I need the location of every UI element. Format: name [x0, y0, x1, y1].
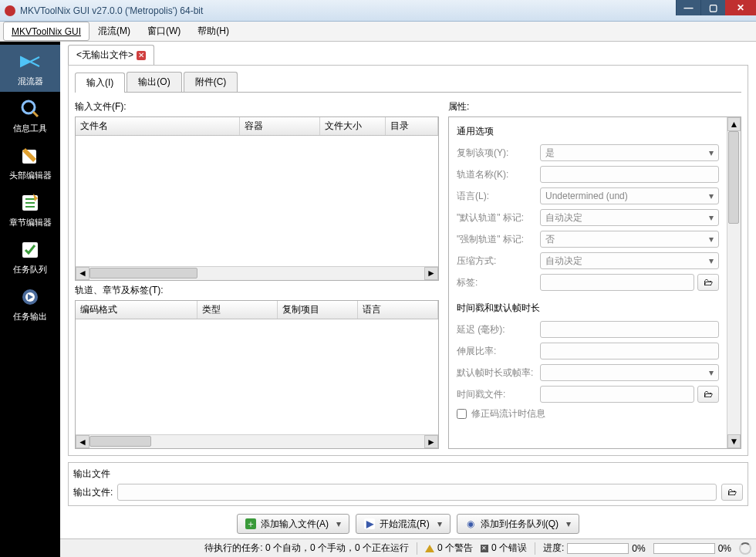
tracks-label: 轨道、章节及标签(T):	[75, 284, 439, 297]
default-flag-combo[interactable]: 自动决定▾	[540, 209, 719, 226]
start-mux-button[interactable]: ▶ 开始混流(R) ▾	[356, 514, 451, 534]
tracks-hscroll-thumb[interactable]	[89, 436, 151, 447]
sidebar-item-output[interactable]: 任务输出	[0, 280, 60, 327]
menu-mux[interactable]: 混流(M)	[89, 22, 139, 41]
scroll-left-icon[interactable]: ◄	[76, 435, 89, 448]
timing-header: 时间戳和默认帧时长	[457, 302, 719, 315]
play-icon: ▶	[364, 518, 375, 529]
add-to-queue-button[interactable]: ◉ 添加到任务队列(Q) ▾	[457, 514, 579, 534]
queue-icon	[18, 238, 42, 262]
input-files-table[interactable]: 文件名 容器 文件大小 目录 ◄ ►	[75, 116, 439, 281]
col-filename[interactable]: 文件名	[76, 117, 240, 135]
close-tab-icon[interactable]: ✕	[137, 51, 146, 60]
scroll-up-icon[interactable]: ▲	[727, 117, 741, 131]
pending-jobs-text: 待执行的任务: 0 个自动，0 个手动，0 个正在运行	[204, 542, 409, 555]
tags-input[interactable]	[540, 274, 694, 291]
output-file-browse-button[interactable]: 🗁	[721, 484, 743, 501]
output-file-section: 输出文件 输出文件: 🗁	[68, 462, 748, 506]
col-directory[interactable]: 目录	[386, 117, 438, 135]
tracks-body[interactable]	[76, 319, 438, 434]
output-file-input[interactable]	[117, 484, 717, 501]
add-input-files-button[interactable]: ＋ 添加输入文件(A) ▾	[237, 514, 349, 534]
default-duration-combo[interactable]: ▾	[540, 364, 719, 381]
properties-panel: 通用选项 复制该项(Y): 是▾ 轨道名称(K): 语言(L): Undeter…	[448, 116, 741, 449]
files-hscroll-thumb[interactable]	[89, 268, 197, 278]
col-lang[interactable]: 语言	[358, 301, 438, 319]
copy-item-combo[interactable]: 是▾	[540, 144, 719, 161]
main-area: <无输出文件> ✕ 输入(I) 输出(O) 附件(C) 输入文件(F): 文件名…	[60, 42, 756, 538]
input-files-header: 文件名 容器 文件大小 目录	[76, 117, 438, 136]
track-name-input[interactable]	[540, 166, 719, 183]
progress-bar-current	[567, 543, 629, 554]
folder-icon: 🗁	[704, 277, 713, 288]
input-files-body[interactable]	[76, 136, 438, 266]
ts-file-input[interactable]	[540, 386, 694, 403]
output-icon	[18, 285, 42, 309]
chevron-down-icon: ▾	[709, 212, 714, 223]
default-duration-label: 默认帧时长或帧率:	[457, 366, 540, 380]
tags-browse-button[interactable]: 🗁	[697, 274, 719, 291]
menu-help[interactable]: 帮助(H)	[189, 22, 238, 41]
stretch-input[interactable]	[540, 343, 719, 360]
output-file-label: 输出文件:	[73, 486, 113, 499]
info-icon	[18, 96, 42, 121]
col-codec[interactable]: 编码格式	[76, 301, 197, 319]
menu-app[interactable]: MKVToolNix GUI	[3, 22, 89, 41]
output-file-section-label: 输出文件	[73, 468, 743, 481]
input-files-label: 输入文件(F):	[75, 100, 439, 113]
progress-bar-total	[653, 543, 715, 554]
chapter-editor-icon	[18, 191, 42, 215]
ts-file-browse-button[interactable]: 🗁	[697, 386, 719, 403]
tracks-table[interactable]: 编码格式 类型 复制项目 语言 ◄ ►	[75, 300, 439, 449]
minimize-button[interactable]: —	[676, 0, 700, 15]
forced-flag-combo[interactable]: 否▾	[540, 231, 719, 248]
svg-line-1	[33, 112, 38, 116]
errors-status[interactable]: ✕ 0 个错误	[481, 542, 527, 555]
ts-file-label: 时间戳文件:	[457, 388, 540, 401]
tab-input[interactable]: 输入(I)	[75, 73, 125, 93]
sidebar-item-muxer[interactable]: 混流器	[0, 45, 60, 92]
scroll-down-icon[interactable]: ▼	[727, 434, 741, 448]
spinner-icon	[739, 542, 751, 555]
app-icon	[5, 5, 15, 16]
language-combo[interactable]: Undetermined (und)▾	[540, 187, 719, 204]
maximize-button[interactable]: ▢	[700, 0, 725, 15]
left-column: 输入文件(F): 文件名 容器 文件大小 目录 ◄ ► 轨道、章节	[75, 97, 439, 449]
col-filesize[interactable]: 文件大小	[320, 117, 386, 135]
col-type[interactable]: 类型	[197, 301, 278, 319]
sidebar-item-info[interactable]: 信息工具	[0, 92, 60, 139]
tags-label: 标签:	[457, 276, 540, 289]
queue-add-icon: ◉	[465, 518, 476, 529]
delay-input[interactable]	[540, 321, 719, 338]
sidebar-item-chapter-editor[interactable]: 章节编辑器	[0, 186, 60, 233]
col-container[interactable]: 容器	[240, 117, 320, 135]
file-tab-title: <无输出文件>	[76, 49, 133, 62]
compression-combo[interactable]: 自动决定▾	[540, 252, 719, 269]
tracks-hscroll[interactable]: ◄ ►	[76, 434, 438, 448]
sidebar-item-header-editor[interactable]: 头部编辑器	[0, 139, 60, 186]
inner-tabs: 输入(I) 输出(O) 附件(C)	[75, 72, 741, 93]
scroll-right-icon[interactable]: ►	[424, 267, 438, 280]
props-vscroll[interactable]: ▲ ▼	[727, 117, 741, 448]
files-hscroll[interactable]: ◄ ►	[76, 266, 438, 280]
tab-attachments[interactable]: 附件(C)	[184, 72, 238, 92]
close-button[interactable]: ✕	[725, 0, 756, 15]
folder-icon: 🗁	[704, 389, 713, 400]
forced-flag-label: "强制轨道" 标记:	[457, 233, 540, 246]
progress-pct-current: 0%	[632, 543, 645, 554]
fix-timing-checkbox-row[interactable]: 修正码流计时信息	[457, 407, 719, 420]
chevron-down-icon: ▾	[709, 255, 714, 266]
scroll-left-icon[interactable]: ◄	[76, 267, 89, 280]
fix-timing-checkbox[interactable]	[457, 409, 467, 419]
file-tab-current[interactable]: <无输出文件> ✕	[68, 45, 154, 65]
col-copy[interactable]: 复制项目	[278, 301, 358, 319]
sidebar-item-queue[interactable]: 任务队列	[0, 233, 60, 280]
delay-label: 延迟 (毫秒):	[457, 323, 540, 336]
scroll-right-icon[interactable]: ►	[424, 435, 438, 448]
tab-output[interactable]: 输出(O)	[127, 72, 181, 92]
action-buttons: ＋ 添加输入文件(A) ▾ ▶ 开始混流(R) ▾ ◉ 添加到任务队列(Q) ▾	[60, 509, 756, 538]
menu-bar: MKVToolNix GUI 混流(M) 窗口(W) 帮助(H)	[0, 22, 756, 42]
menu-window[interactable]: 窗口(W)	[139, 22, 189, 41]
props-vscroll-thumb[interactable]	[728, 131, 739, 224]
warnings-status[interactable]: 0 个警告	[425, 542, 473, 555]
